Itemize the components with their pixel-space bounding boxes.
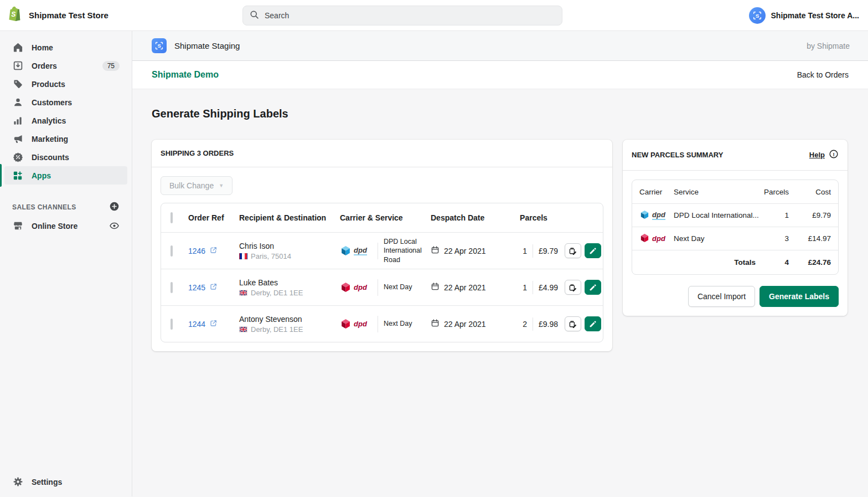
sidebar-item-label: Discounts xyxy=(32,153,69,162)
sidebar-item-settings[interactable]: Settings xyxy=(4,473,127,491)
column-recipient: Recipient & Destination xyxy=(239,213,326,222)
preview-store-button[interactable] xyxy=(109,221,120,231)
order-ref-link[interactable]: 1245 xyxy=(188,283,205,292)
sidebar-item-label: Analytics xyxy=(32,116,66,125)
orders-card-title: SHIPPING 3 ORDERS xyxy=(161,149,234,157)
sidebar-item-label: Online Store xyxy=(32,222,78,230)
bulk-change-button[interactable]: Bulk Change ▼ xyxy=(161,176,232,195)
account-avatar: S xyxy=(749,7,766,24)
search-input[interactable] xyxy=(265,11,555,20)
row-checkbox[interactable] xyxy=(170,245,173,257)
service-name: Next Day xyxy=(674,234,705,243)
sidebar-item-online-store[interactable]: Online Store xyxy=(4,217,127,235)
despatch-date: 22 Apr 2021 xyxy=(444,247,486,255)
add-sales-channel-button[interactable] xyxy=(109,201,120,213)
service-name: DPD Local International Road xyxy=(384,237,427,264)
calendar-icon xyxy=(431,319,440,329)
destination: Paris, 75014 xyxy=(251,252,291,260)
shipping-orders-card: SHIPPING 3 ORDERS Bulk Change ▼ Order Re… xyxy=(152,140,612,351)
carrier-wordmark: dpd xyxy=(354,320,367,328)
recipient-name: Chris Ison xyxy=(239,242,334,250)
carrier-wordmark: dpd xyxy=(652,234,665,243)
table-row: 1246 Chris Ison xyxy=(161,232,603,269)
global-search[interactable] xyxy=(242,6,562,25)
bulk-change-label: Bulk Change xyxy=(169,181,214,190)
recipient-name: Luke Bates xyxy=(239,278,334,287)
edit-parcels-button[interactable] xyxy=(565,243,581,258)
totals-parcels: 4 xyxy=(784,258,789,267)
sidebar-item-apps[interactable]: Apps xyxy=(4,166,127,185)
divider xyxy=(378,279,378,296)
orders-table: Order Ref Recipient & Destination Carrie… xyxy=(161,203,603,342)
column-despatch-date: Despatch Date xyxy=(431,213,484,222)
shipmate-app-icon: S xyxy=(152,38,167,53)
parcel-cost: £4.99 xyxy=(539,283,558,292)
carrier-wordmark: dpd xyxy=(354,283,367,291)
tag-icon xyxy=(12,79,23,90)
row-checkbox[interactable] xyxy=(170,319,173,330)
orders-icon xyxy=(12,60,23,71)
sales-channels-section: SALES CHANNELS xyxy=(4,201,127,213)
sidebar-item-discounts[interactable]: Discounts xyxy=(4,148,127,166)
page-title: Generate Shipping Labels xyxy=(152,107,848,120)
shipmate-demo-link[interactable]: Shipmate Demo xyxy=(152,70,219,80)
row-checkbox[interactable] xyxy=(170,282,173,293)
parcel-cost: £9.98 xyxy=(539,320,558,329)
svg-text:S: S xyxy=(157,43,161,49)
sidebar-item-analytics[interactable]: Analytics xyxy=(4,111,127,130)
edit-parcels-button[interactable] xyxy=(565,280,581,295)
back-to-orders-link[interactable]: Back to Orders xyxy=(797,70,849,79)
parcel-count: 1 xyxy=(523,247,527,255)
parcel-cost: £9.79 xyxy=(539,247,558,255)
order-ref-link[interactable]: 1244 xyxy=(188,320,205,329)
edit-order-button[interactable] xyxy=(585,316,601,331)
service-name: DPD Local International... xyxy=(674,211,759,219)
totals-cost: £24.76 xyxy=(808,258,831,267)
apps-icon xyxy=(12,170,23,181)
calendar-icon xyxy=(431,282,440,293)
sidebar-item-customers[interactable]: Customers xyxy=(4,93,127,111)
help-link[interactable]: Help ! xyxy=(809,149,839,161)
edit-parcels-button[interactable] xyxy=(565,316,581,331)
table-row: dpd DPD Local International... 1 £9.79 xyxy=(632,203,838,227)
calendar-icon xyxy=(431,245,440,256)
table-row: dpd Next Day 3 £14.97 xyxy=(632,227,838,250)
cancel-import-button[interactable]: Cancel Import xyxy=(688,286,755,307)
edit-order-button[interactable] xyxy=(585,243,601,258)
sidebar-item-label: Products xyxy=(32,80,65,89)
parcel-count: 1 xyxy=(784,211,789,219)
generate-labels-button[interactable]: Generate Labels xyxy=(760,286,839,307)
divider xyxy=(378,243,378,259)
sidebar-item-orders[interactable]: Orders 75 xyxy=(4,57,127,75)
sidebar-item-home[interactable]: Home xyxy=(4,38,127,57)
new-parcels-summary-card: NEW PARCELS SUMMARY Help ! xyxy=(623,140,848,316)
select-all-checkbox[interactable] xyxy=(170,212,173,223)
dpd-logo-icon: dpd xyxy=(340,281,372,293)
dpd-local-logo-icon xyxy=(639,209,650,222)
account-menu[interactable]: S Shipmate Test Store A... xyxy=(749,0,859,31)
order-ref-link[interactable]: 1246 xyxy=(188,247,205,255)
store-brand[interactable]: S Shipmate Test Store xyxy=(0,6,132,25)
summary-table-header: Carrier Service Parcels Cost xyxy=(632,180,838,203)
dpd-local-logo-icon: dpd xyxy=(340,245,372,257)
sidebar-item-marketing[interactable]: Marketing xyxy=(4,130,127,148)
svg-text:!: ! xyxy=(833,151,834,157)
help-label[interactable]: Help xyxy=(809,151,825,159)
edit-order-button[interactable] xyxy=(585,280,601,295)
sidebar-item-label: Settings xyxy=(32,478,62,486)
sidebar-item-label: Marketing xyxy=(32,135,68,144)
external-link-icon[interactable] xyxy=(209,319,218,329)
info-icon: ! xyxy=(829,149,839,161)
home-icon xyxy=(12,42,23,53)
customers-icon xyxy=(12,97,23,108)
search-icon xyxy=(250,10,259,21)
sidebar-item-products[interactable]: Products xyxy=(4,75,127,93)
dpd-logo-icon xyxy=(639,233,650,245)
app-page-nav: Shipmate Demo Back to Orders xyxy=(132,61,868,89)
sidebar-item-label: Orders xyxy=(32,62,57,70)
cost-value: £14.97 xyxy=(808,234,831,243)
external-link-icon[interactable] xyxy=(209,246,218,256)
external-link-icon[interactable] xyxy=(209,283,218,293)
column-carrier: Carrier xyxy=(639,188,662,196)
megaphone-icon xyxy=(12,134,23,145)
